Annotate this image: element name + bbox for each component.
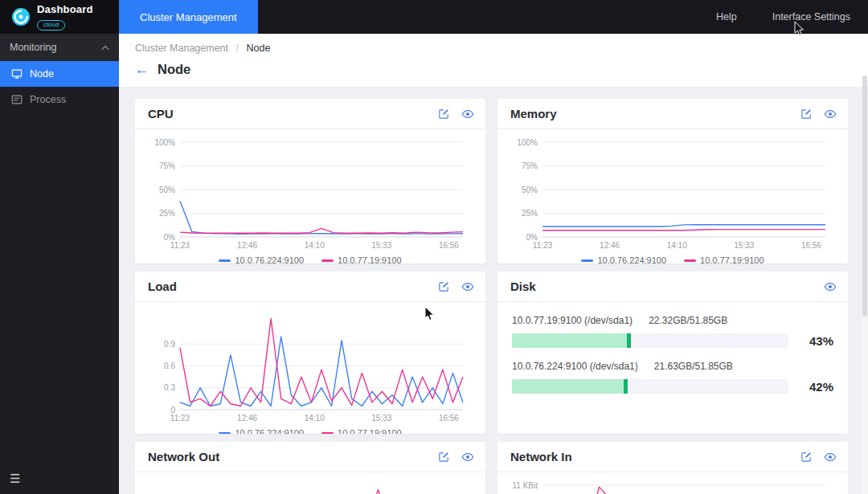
top-bar: Dashboard cloud Cluster Management Help … (0, 0, 868, 34)
sidebar-section-monitoring[interactable]: Monitoring (0, 34, 119, 61)
breadcrumb-root[interactable]: Cluster Management (135, 43, 228, 54)
legend-marker (581, 259, 593, 262)
svg-text:0%: 0% (164, 233, 176, 242)
sidebar-section-label: Monitoring (10, 42, 56, 53)
svg-text:12:46: 12:46 (237, 241, 257, 250)
interface-settings-link[interactable]: Interface Settings (772, 11, 850, 22)
disk-percent: 42% (800, 380, 833, 394)
edit-icon[interactable] (438, 280, 450, 292)
eye-icon[interactable] (824, 451, 837, 463)
collapse-sidebar-icon[interactable]: ☰ (10, 472, 20, 486)
disk-card: Disk 10.0.77.19:9100 (/dev/sda1) 22.32GB… (497, 271, 848, 434)
svg-text:14:10: 14:10 (305, 414, 325, 423)
legend-label: 10.0.77.19:9100 (338, 255, 402, 263)
chart-legend[interactable]: 10.0.76.224:910010.0.77.19:9100 (148, 428, 473, 434)
memory-chart: 100%75%50%25%0%11:2312:4614:1015:3316:56 (510, 134, 835, 251)
svg-text:14:10: 14:10 (305, 241, 325, 250)
eye-icon[interactable] (824, 280, 837, 293)
svg-text:16:56: 16:56 (801, 241, 821, 250)
chart-legend[interactable]: 10.0.76.224:910010.0.77.19:9100 (148, 255, 473, 263)
legend-label: 10.0.76.224:9100 (597, 255, 666, 263)
svg-text:11:23: 11:23 (170, 414, 190, 423)
svg-text:25%: 25% (522, 209, 538, 218)
eye-icon[interactable] (461, 280, 474, 293)
svg-text:14:10: 14:10 (667, 241, 687, 250)
breadcrumb-separator: / (236, 43, 239, 54)
chart-legend[interactable]: 10.0.76.224:910010.0.77.19:9100 (510, 255, 835, 263)
svg-text:0: 0 (170, 406, 175, 414)
legend-item[interactable]: 10.0.77.19:9100 (321, 255, 402, 263)
eye-icon[interactable] (461, 108, 474, 120)
svg-text:11 KBit: 11 KBit (513, 481, 538, 490)
network-out-card: Network Out 11:2312:4614:1015:3316:56 (135, 442, 485, 494)
sidebar-item-process[interactable]: Process (0, 87, 119, 112)
svg-text:12:46: 12:46 (237, 414, 257, 423)
svg-text:16:56: 16:56 (439, 414, 459, 423)
scrollbar-thumb[interactable] (862, 76, 867, 316)
svg-text:16:56: 16:56 (439, 241, 459, 250)
disk-usage-value: 21.63GB/51.85GB (654, 361, 733, 372)
network-in-card: Network In 11 KBit11:2312:4614:1015:3316… (497, 442, 848, 494)
legend-marker (321, 259, 334, 262)
svg-text:0.6: 0.6 (164, 361, 175, 370)
sidebar-item-node[interactable]: Node (0, 61, 119, 87)
breadcrumb: Cluster Management / Node (135, 43, 852, 54)
disk-progress-fill (512, 379, 628, 394)
monitor-icon (11, 68, 23, 80)
disk-usage-value: 22.32GB/51.85GB (649, 315, 727, 326)
legend-item[interactable]: 10.0.76.224:9100 (219, 255, 304, 263)
disk-progress-track (512, 379, 788, 394)
app-window: Dashboard cloud Cluster Management Help … (0, 0, 868, 494)
cpu-chart: 100%75%50%25%0%11:2312:4614:1015:3316:56 (148, 134, 473, 251)
svg-text:50%: 50% (159, 186, 175, 194)
legend-item[interactable]: 10.0.76.224:9100 (581, 255, 666, 263)
svg-text:15:33: 15:33 (371, 414, 391, 423)
card-title: Memory (510, 107, 557, 120)
svg-text:75%: 75% (522, 161, 538, 170)
eye-icon[interactable] (461, 451, 474, 463)
svg-text:11:23: 11:23 (533, 241, 553, 250)
edit-icon[interactable] (438, 451, 450, 463)
card-title: CPU (148, 107, 174, 120)
main-content: Cluster Management / Node ← Node CPU (119, 34, 868, 494)
disk-percent: 43% (800, 334, 833, 348)
edit-icon[interactable] (800, 451, 813, 463)
svg-text:75%: 75% (159, 161, 175, 170)
edit-icon[interactable] (800, 108, 813, 120)
eye-icon[interactable] (824, 108, 837, 120)
svg-text:100%: 100% (154, 138, 175, 147)
brand-name: Dashboard (37, 3, 93, 15)
card-title: Load (148, 280, 177, 293)
legend-marker (219, 259, 231, 262)
back-button[interactable]: ← (135, 63, 149, 76)
chevron-up-icon (101, 45, 109, 51)
process-icon (11, 94, 23, 105)
sidebar: Monitoring Node Process ☰ (0, 34, 119, 494)
legend-marker (684, 259, 696, 262)
cpu-card: CPU 100%75%50%25%0%11:2312:4614:1015:331… (135, 99, 485, 263)
svg-text:50%: 50% (522, 186, 538, 194)
svg-text:100%: 100% (517, 138, 538, 147)
sidebar-item-label: Process (30, 94, 66, 105)
help-link[interactable]: Help (716, 11, 737, 22)
disk-progress-fill (512, 333, 631, 348)
breadcrumb-current: Node (246, 43, 270, 54)
legend-item[interactable]: 10.0.77.19:9100 (684, 255, 764, 263)
tab-cluster-management[interactable]: Cluster Management (119, 0, 258, 34)
legend-item[interactable]: 10.0.77.19:9100 (321, 428, 402, 434)
disk-host-label: 10.0.77.19:9100 (/dev/sda1) (512, 315, 633, 326)
svg-text:12:46: 12:46 (600, 241, 620, 250)
network-out-chart: 11:2312:4614:1015:3316:56 (148, 477, 473, 494)
disk-host-label: 10.0.76.224:9100 (/dev/sda1) (512, 361, 638, 372)
svg-text:0.3: 0.3 (164, 383, 175, 392)
network-in-chart: 11 KBit11:2312:4614:1015:3316:56 (510, 477, 835, 494)
load-card: Load 0.90.60.3011:2312:4614:1015:3316:56 (135, 271, 485, 434)
edit-icon[interactable] (438, 108, 450, 120)
svg-text:25%: 25% (159, 209, 175, 218)
legend-marker (321, 432, 334, 435)
card-title: Network Out (148, 450, 219, 463)
disk-progress-track (512, 333, 788, 348)
card-title: Network In (510, 450, 572, 463)
legend-item[interactable]: 10.0.76.224:9100 (219, 428, 304, 434)
sidebar-item-label: Node (30, 68, 54, 80)
